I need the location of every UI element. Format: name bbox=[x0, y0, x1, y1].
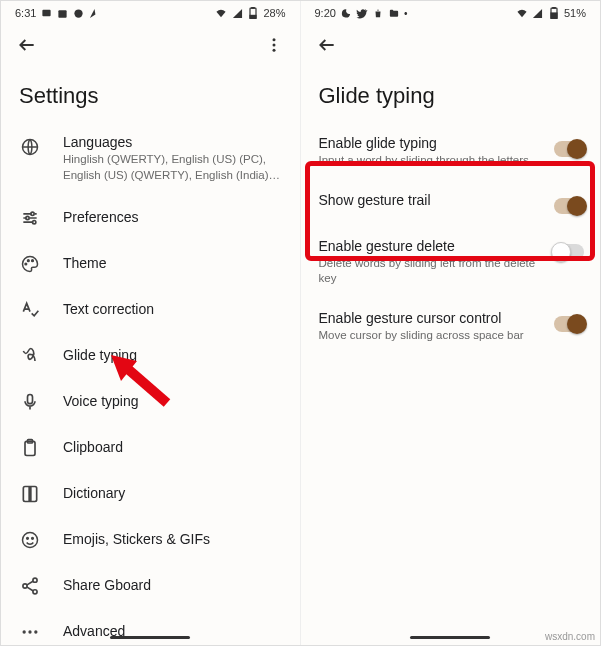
svg-point-7 bbox=[272, 44, 275, 47]
app-bar bbox=[301, 23, 601, 65]
setting-label: Enable gesture delete bbox=[319, 238, 543, 254]
row-label: Languages bbox=[63, 134, 282, 150]
status-bar: 6:31 28% bbox=[1, 1, 300, 23]
row-emojis[interactable]: Emojis, Stickers & GIFs bbox=[1, 516, 300, 562]
more-horiz-icon bbox=[19, 621, 41, 643]
svg-point-27 bbox=[34, 630, 37, 633]
row-preferences[interactable]: Preferences bbox=[1, 194, 300, 240]
dot-icon: • bbox=[404, 8, 408, 19]
row-label: Glide typing bbox=[63, 347, 282, 363]
setting-sub: Input a word by sliding through the lett… bbox=[319, 153, 543, 168]
signal-icon bbox=[532, 7, 544, 19]
battery-icon bbox=[548, 7, 560, 19]
row-label: Preferences bbox=[63, 209, 282, 225]
setting-gesture-trail[interactable]: Show gesture trail bbox=[301, 180, 601, 226]
nav-pill[interactable] bbox=[410, 636, 490, 639]
app-bar bbox=[1, 23, 300, 65]
location-icon bbox=[88, 7, 100, 19]
svg-point-21 bbox=[32, 538, 34, 540]
clipboard-icon bbox=[19, 437, 41, 459]
arrow-left-icon bbox=[317, 35, 337, 55]
svg-point-6 bbox=[272, 38, 275, 41]
globe-icon bbox=[19, 136, 41, 158]
svg-point-10 bbox=[31, 212, 34, 215]
svg-point-19 bbox=[23, 533, 38, 548]
status-battery: 28% bbox=[263, 7, 285, 19]
spellcheck-icon bbox=[19, 299, 41, 321]
setting-sub: Delete words by sliding left from the de… bbox=[319, 256, 543, 286]
row-sub: Hinglish (QWERTY), English (US) (PC), En… bbox=[63, 152, 282, 183]
setting-label: Enable gesture cursor control bbox=[319, 310, 543, 326]
back-button[interactable] bbox=[315, 33, 339, 57]
svg-point-26 bbox=[28, 630, 31, 633]
watermark: wsxdn.com bbox=[545, 631, 595, 642]
row-languages[interactable]: Languages Hinglish (QWERTY), English (US… bbox=[1, 123, 300, 194]
battery-icon bbox=[247, 7, 259, 19]
setting-sub: Move cursor by sliding across space bar bbox=[319, 328, 543, 343]
back-button[interactable] bbox=[15, 33, 39, 57]
tune-icon bbox=[19, 207, 41, 229]
svg-rect-1 bbox=[58, 10, 66, 17]
status-bar: 9:20 • 51% bbox=[301, 1, 601, 23]
setting-gesture-delete[interactable]: Enable gesture delete Delete words by sl… bbox=[301, 226, 601, 298]
screen-glide-typing: 9:20 • 51% Glide typing bbox=[301, 1, 601, 645]
row-label: Text correction bbox=[63, 301, 282, 317]
row-label: Voice typing bbox=[63, 393, 282, 409]
status-battery: 51% bbox=[564, 7, 586, 19]
row-advanced[interactable]: Advanced bbox=[1, 608, 300, 645]
folder-icon bbox=[388, 7, 400, 19]
svg-point-2 bbox=[74, 9, 82, 17]
svg-rect-30 bbox=[551, 13, 557, 18]
status-time: 6:31 bbox=[15, 7, 36, 19]
trash-icon bbox=[372, 7, 384, 19]
row-voice-typing[interactable]: Voice typing bbox=[1, 378, 300, 424]
row-clipboard[interactable]: Clipboard bbox=[1, 424, 300, 470]
palette-icon bbox=[19, 253, 41, 275]
row-dictionary[interactable]: Dictionary bbox=[1, 470, 300, 516]
svg-point-13 bbox=[25, 263, 27, 265]
mic-icon bbox=[19, 391, 41, 413]
row-text-correction[interactable]: Text correction bbox=[1, 286, 300, 332]
more-button[interactable] bbox=[262, 33, 286, 57]
nav-pill[interactable] bbox=[110, 636, 190, 639]
svg-rect-4 bbox=[252, 7, 254, 8]
toggle-enable-glide[interactable] bbox=[554, 141, 584, 157]
share-icon bbox=[19, 575, 41, 597]
setting-label: Show gesture trail bbox=[319, 192, 543, 208]
row-share[interactable]: Share Gboard bbox=[1, 562, 300, 608]
row-label: Dictionary bbox=[63, 485, 282, 501]
settings-list: Languages Hinglish (QWERTY), English (US… bbox=[1, 123, 300, 645]
toggle-cursor-control[interactable] bbox=[554, 316, 584, 332]
more-vert-icon bbox=[265, 36, 283, 54]
row-label: Emojis, Stickers & GIFs bbox=[63, 531, 282, 547]
svg-point-15 bbox=[32, 260, 34, 262]
glide-settings-list: Enable glide typing Input a word by slid… bbox=[301, 123, 601, 645]
svg-point-20 bbox=[27, 538, 29, 540]
row-glide-typing[interactable]: Glide typing bbox=[1, 332, 300, 378]
wifi-icon bbox=[516, 7, 528, 19]
page-title: Settings bbox=[1, 65, 300, 123]
page-title: Glide typing bbox=[301, 65, 601, 123]
svg-rect-29 bbox=[553, 7, 555, 8]
message-icon bbox=[40, 7, 52, 19]
toggle-gesture-trail[interactable] bbox=[554, 198, 584, 214]
toggle-gesture-delete[interactable] bbox=[554, 244, 584, 260]
svg-rect-16 bbox=[28, 395, 33, 404]
svg-point-8 bbox=[272, 49, 275, 52]
calendar-icon bbox=[56, 7, 68, 19]
setting-label: Enable glide typing bbox=[319, 135, 543, 151]
app-icon bbox=[72, 7, 84, 19]
signal-icon bbox=[231, 7, 243, 19]
moon-icon bbox=[340, 7, 352, 19]
row-theme[interactable]: Theme bbox=[1, 240, 300, 286]
wifi-icon bbox=[215, 7, 227, 19]
row-label: Share Gboard bbox=[63, 577, 282, 593]
svg-point-11 bbox=[26, 216, 29, 219]
setting-enable-glide[interactable]: Enable glide typing Input a word by slid… bbox=[301, 123, 601, 180]
row-label: Clipboard bbox=[63, 439, 282, 455]
setting-cursor-control[interactable]: Enable gesture cursor control Move curso… bbox=[301, 298, 601, 355]
svg-point-25 bbox=[23, 630, 26, 633]
svg-rect-0 bbox=[42, 9, 50, 15]
row-label: Theme bbox=[63, 255, 282, 271]
svg-point-14 bbox=[28, 260, 30, 262]
